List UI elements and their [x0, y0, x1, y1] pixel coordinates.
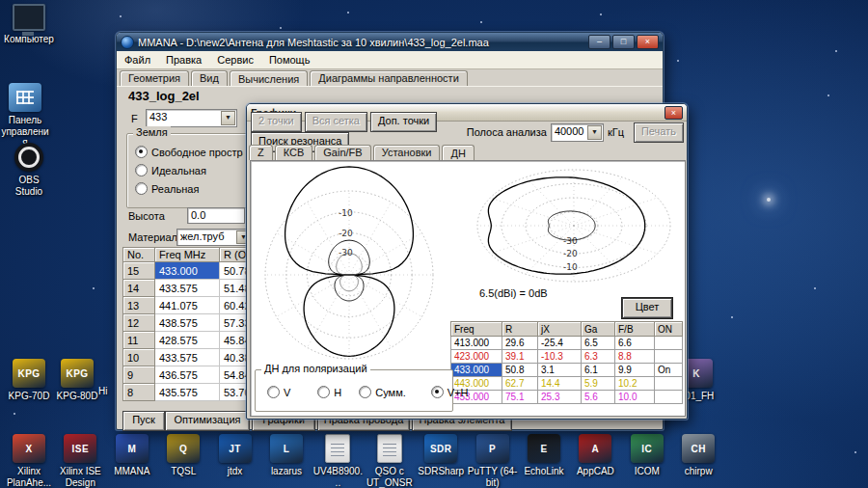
minimize-button[interactable]: – [588, 35, 610, 49]
row-number-cell[interactable]: 10 [123, 349, 155, 366]
color-button[interactable]: Цвет [622, 298, 672, 318]
r-cell[interactable]: 29.6 [502, 337, 538, 350]
table-row[interactable]: 433.00050.83.16.19.9On [451, 364, 683, 377]
freq-cell[interactable]: 441.075 [155, 297, 220, 314]
polarization-option-1[interactable]: H [317, 386, 341, 398]
table-row[interactable]: 413.00029.6-25.46.56.6 [451, 337, 683, 350]
jx-cell[interactable]: 25.3 [538, 391, 582, 404]
polarization-option-3[interactable]: V+H [431, 386, 469, 398]
graph-tab-3[interactable]: Установки [373, 145, 441, 160]
fb-cell[interactable]: 8.8 [615, 350, 655, 364]
chirpw-shortcut[interactable]: CHchirpw [673, 434, 723, 477]
on-cell[interactable] [655, 377, 683, 391]
xilinx-ise-shortcut[interactable]: ISEXilinx ISE Design Sui... [55, 434, 105, 488]
close-button[interactable]: × [637, 35, 659, 49]
graph-tab-0[interactable]: Z [249, 145, 273, 160]
jtdx-shortcut[interactable]: JTjtdx [210, 434, 260, 477]
qso-txt-shortcut[interactable]: QSO с UT_ONSRZ.txt [365, 434, 415, 488]
menu-item-1[interactable]: Правка [158, 52, 209, 68]
mmana-shortcut[interactable]: MMMANA [107, 434, 157, 477]
computer-shortcut[interactable]: Компьютер [4, 4, 54, 45]
echolink-shortcut[interactable]: EEchoLink [519, 434, 569, 477]
freq-cell[interactable]: 423.000 [451, 350, 502, 364]
main-tab-3[interactable]: Диаграммы направленности [310, 70, 468, 86]
r-cell[interactable]: 75.1 [502, 391, 538, 404]
optimize-button[interactable]: Оптимизация [165, 411, 250, 431]
frequency-combo[interactable]: 433 ▼ [146, 109, 237, 127]
row-number-cell[interactable]: 15 [123, 262, 155, 280]
menu-item-2[interactable]: Сервис [209, 52, 261, 68]
on-cell[interactable]: On [655, 364, 683, 377]
jx-cell[interactable]: -10.3 [538, 350, 582, 364]
print-button[interactable]: Печать [634, 122, 684, 143]
fb-cell[interactable]: 6.6 [615, 337, 655, 350]
ground-option-1[interactable]: Идеальная [135, 164, 243, 182]
xilinx-planahead-shortcut[interactable]: XXilinx PlanAhe... [4, 434, 54, 488]
menu-item-3[interactable]: Помощь [261, 52, 318, 68]
material-combo[interactable]: жел.труб ▼ [176, 229, 253, 246]
freq-cell[interactable]: 438.575 [155, 314, 220, 332]
putty-shortcut[interactable]: PPuTTY (64-bit) [468, 434, 518, 488]
toolbar-button-0[interactable]: 2 точки [251, 112, 302, 132]
row-number-cell[interactable]: 13 [123, 297, 155, 314]
ga-cell[interactable]: 5.9 [582, 377, 615, 391]
freq-cell[interactable]: 428.575 [155, 332, 220, 349]
freq-cell[interactable]: 433.000 [155, 262, 220, 280]
freq-cell[interactable]: 433.000 [451, 364, 502, 377]
start-button[interactable]: Пуск [122, 411, 165, 431]
height-field[interactable]: 0.0 [187, 207, 245, 224]
icom-shortcut[interactable]: ICICOM [622, 434, 672, 477]
r-cell[interactable]: 39.1 [502, 350, 538, 364]
toolbar-button-1[interactable]: Вся сетка [305, 112, 367, 132]
ga-cell[interactable]: 5.6 [582, 391, 615, 404]
control-panel-shortcut[interactable]: Панель управления [0, 83, 50, 149]
row-number-cell[interactable]: 12 [123, 314, 155, 332]
main-tab-2[interactable]: Вычисления [230, 70, 308, 87]
appcad-shortcut[interactable]: AAppCAD [570, 434, 620, 477]
band-combo[interactable]: 40000 ▼ [551, 123, 604, 142]
main-tab-1[interactable]: Вид [191, 70, 228, 86]
r-cell[interactable]: 62.7 [502, 377, 538, 391]
polarization-option-0[interactable]: V [267, 386, 290, 398]
table-row[interactable]: 423.00039.1-10.36.38.8 [451, 350, 683, 364]
ga-cell[interactable]: 6.5 [582, 337, 615, 350]
ground-option-0[interactable]: Свободное простран [135, 146, 243, 164]
ga-cell[interactable]: 6.1 [582, 364, 615, 377]
table-row[interactable]: 443.00062.714.45.910.2 [451, 377, 683, 391]
graph-tab-4[interactable]: ДН [442, 145, 474, 161]
fb-cell[interactable]: 10.2 [615, 377, 655, 391]
jx-cell[interactable]: 3.1 [538, 364, 582, 377]
close-button[interactable]: × [665, 106, 683, 120]
kpg-80d-shortcut[interactable]: KPGKPG-80D [52, 359, 102, 402]
row-number-cell[interactable]: 8 [123, 384, 155, 401]
title-bar[interactable]: MMANA - D:\new2\Антена для Meshtastic за… [117, 33, 663, 51]
jx-cell[interactable]: -25.4 [538, 337, 582, 350]
freq-cell[interactable]: 435.575 [155, 384, 220, 401]
toolbar-button-2[interactable]: Доп. точки [370, 112, 437, 132]
chevron-down-icon[interactable]: ▼ [587, 125, 602, 140]
kpg-70d-shortcut[interactable]: KPGKPG-70D [4, 359, 54, 402]
row-number-cell[interactable]: 11 [123, 332, 155, 349]
tqsl-shortcut[interactable]: QTQSL [158, 434, 208, 477]
freq-cell[interactable]: 436.575 [155, 366, 220, 384]
obs-studio-shortcut[interactable]: OBS Studio [4, 143, 54, 197]
fb-cell[interactable]: 10.0 [615, 391, 655, 404]
r-cell[interactable]: 50.8 [502, 364, 538, 377]
polarization-option-2[interactable]: Сумм. [359, 386, 406, 398]
lazarus-shortcut[interactable]: Llazarus [261, 434, 312, 477]
table-row[interactable]: 453.00075.125.35.610.0 [451, 391, 683, 404]
freq-cell[interactable]: 413.000 [451, 337, 502, 350]
freq-cell[interactable]: 433.575 [155, 280, 220, 297]
ga-cell[interactable]: 6.3 [582, 350, 615, 364]
row-number-cell[interactable]: 9 [123, 366, 155, 384]
fb-cell[interactable]: 9.9 [615, 364, 655, 377]
graph-tab-2[interactable]: Gain/FB [314, 145, 370, 160]
on-cell[interactable] [655, 337, 683, 350]
freq-cell[interactable]: 433.575 [155, 349, 220, 366]
maximize-button[interactable]: □ [612, 35, 635, 49]
main-tab-0[interactable]: Геометрия [120, 70, 189, 86]
jx-cell[interactable]: 14.4 [538, 377, 582, 391]
on-cell[interactable] [655, 350, 683, 364]
uv4b8900-shortcut[interactable]: UV4B8900... [312, 434, 363, 488]
ground-option-2[interactable]: Реальная [135, 182, 243, 201]
